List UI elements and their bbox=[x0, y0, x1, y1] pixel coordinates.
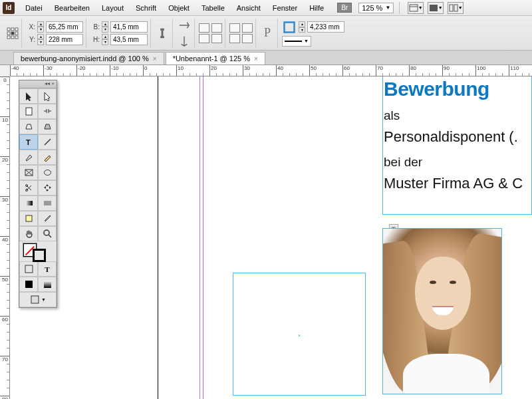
svg-rect-4 bbox=[454, 5, 458, 11]
menu-layout[interactable]: Layout bbox=[96, 2, 129, 14]
direct-selection-tool[interactable] bbox=[38, 88, 57, 104]
zoom-tool[interactable] bbox=[38, 226, 57, 241]
x-spinner[interactable]: ▴▾ bbox=[37, 21, 44, 33]
page-tool[interactable] bbox=[19, 104, 38, 119]
gap-tool[interactable] bbox=[38, 104, 57, 119]
svg-rect-15 bbox=[26, 108, 32, 115]
w-spinner[interactable]: ▴▾ bbox=[102, 21, 108, 33]
gradient-feather-tool[interactable] bbox=[38, 196, 57, 211]
pen-tool[interactable] bbox=[19, 150, 38, 165]
select-container-icon[interactable] bbox=[229, 34, 240, 43]
content-collector-tool[interactable] bbox=[19, 119, 38, 134]
svg-rect-24 bbox=[25, 201, 33, 205]
menu-bearbeiten[interactable]: Bearbeiten bbox=[49, 2, 95, 14]
fill-stroke-swatches[interactable] bbox=[19, 241, 57, 261]
gradient-swatch-tool[interactable] bbox=[19, 196, 38, 211]
svg-rect-25 bbox=[44, 201, 51, 205]
note-tool[interactable] bbox=[19, 211, 38, 226]
flip-h-icon[interactable] bbox=[199, 34, 209, 43]
tools-panel[interactable]: ◂◂ × T T ▼ bbox=[19, 80, 57, 308]
rectangle-tool[interactable] bbox=[38, 165, 57, 180]
rotate-90-ccw-icon[interactable] bbox=[242, 23, 253, 33]
pencil-tool[interactable] bbox=[38, 150, 57, 165]
vertical-ruler[interactable]: 01020304050607080 bbox=[0, 76, 10, 399]
select-content-icon[interactable] bbox=[242, 34, 253, 43]
svg-rect-0 bbox=[410, 5, 418, 11]
stroke-swatch[interactable] bbox=[33, 249, 46, 262]
y-field[interactable] bbox=[46, 34, 83, 45]
zoom-level-combo[interactable]: 125 %▼ bbox=[358, 3, 394, 13]
selected-empty-frame[interactable]: × bbox=[233, 273, 366, 396]
svg-rect-7 bbox=[15, 28, 18, 31]
height-field[interactable] bbox=[110, 34, 148, 45]
flip-v-icon[interactable] bbox=[211, 34, 222, 43]
document-canvas[interactable]: Bewerbung als Personaldisponent (. bei d… bbox=[10, 76, 532, 399]
line-tool[interactable] bbox=[38, 134, 57, 150]
hand-tool[interactable] bbox=[19, 226, 38, 241]
close-icon[interactable]: × bbox=[153, 55, 157, 63]
svg-point-27 bbox=[44, 230, 49, 235]
svg-rect-5 bbox=[7, 28, 10, 31]
menu-objekt[interactable]: Objekt bbox=[163, 2, 195, 14]
shear-icon[interactable] bbox=[211, 23, 222, 33]
svg-rect-10 bbox=[15, 32, 18, 35]
stroke-style-combo[interactable]: ▼ bbox=[282, 36, 311, 47]
rectangle-frame-tool[interactable] bbox=[19, 165, 38, 180]
control-bar: X:▴▾ Y:▴▾ B:▴▾ H:▴▾ P ▴▾ ▼ bbox=[0, 16, 532, 51]
menu-fenster[interactable]: Fenster bbox=[267, 2, 303, 14]
formatting-container-icon[interactable] bbox=[19, 261, 38, 277]
svg-rect-14 bbox=[285, 22, 295, 32]
svg-rect-3 bbox=[450, 5, 453, 11]
arrange-documents-button[interactable]: ▼ bbox=[448, 2, 464, 14]
svg-rect-6 bbox=[11, 28, 14, 31]
scale-y-icon bbox=[177, 34, 192, 49]
svg-rect-9 bbox=[11, 32, 14, 35]
svg-line-17 bbox=[45, 139, 51, 145]
menu-hilfe[interactable]: Hilfe bbox=[304, 2, 329, 14]
menu-tabelle[interactable]: Tabelle bbox=[196, 2, 230, 14]
rotate-icon[interactable] bbox=[199, 23, 209, 33]
document-tab[interactable]: bewerbung-anonymisiert.indd @ 100 %× bbox=[13, 52, 164, 65]
stroke-spinner[interactable]: ▴▾ bbox=[299, 21, 305, 33]
x-field[interactable] bbox=[46, 21, 83, 33]
constrain-proportions-icon[interactable] bbox=[155, 26, 170, 41]
bridge-badge[interactable]: Br bbox=[337, 3, 352, 13]
menu-schrift[interactable]: Schrift bbox=[130, 2, 162, 14]
h-spinner[interactable]: ▴▾ bbox=[102, 34, 108, 45]
separator bbox=[399, 2, 400, 14]
menu-ansicht[interactable]: Ansicht bbox=[231, 2, 266, 14]
placed-photo bbox=[383, 229, 501, 394]
app-icon: Id bbox=[3, 2, 15, 14]
view-options-button[interactable]: ▼ bbox=[408, 2, 424, 14]
menu-bar: Id DateiBearbeitenLayoutSchriftObjektTab… bbox=[0, 0, 532, 16]
screen-mode-button[interactable]: ▼ bbox=[428, 2, 444, 14]
stroke-weight-field[interactable] bbox=[307, 21, 344, 33]
selection-tool[interactable] bbox=[19, 88, 38, 104]
svg-rect-26 bbox=[26, 215, 32, 221]
scale-x-icon bbox=[177, 18, 192, 33]
svg-rect-12 bbox=[11, 36, 14, 39]
scissors-tool[interactable] bbox=[19, 180, 38, 196]
svg-text:T: T bbox=[26, 138, 31, 146]
eyedropper-tool[interactable] bbox=[38, 211, 57, 226]
image-frame[interactable] bbox=[382, 228, 502, 394]
menu-datei[interactable]: Datei bbox=[20, 2, 48, 14]
width-field[interactable] bbox=[110, 21, 148, 33]
view-mode-toggle[interactable]: ▼ bbox=[19, 292, 57, 307]
formatting-text-icon[interactable]: T bbox=[38, 261, 57, 277]
reference-point-group[interactable] bbox=[4, 19, 22, 48]
close-icon[interactable]: × bbox=[254, 55, 258, 63]
free-transform-tool[interactable] bbox=[38, 180, 57, 196]
panel-collapse-icon[interactable]: ◂◂ × bbox=[19, 80, 57, 88]
rotate-90-cw-icon[interactable] bbox=[229, 23, 240, 33]
apply-gradient-icon[interactable] bbox=[38, 277, 57, 292]
apply-color-icon[interactable] bbox=[19, 277, 38, 292]
horizontal-ruler[interactable]: -40-30-20-100102030405060708090100110 bbox=[10, 65, 532, 76]
y-spinner[interactable]: ▴▾ bbox=[37, 34, 44, 45]
page-edge-guide bbox=[158, 76, 158, 399]
w-label: B: bbox=[90, 23, 100, 31]
fit-content-icon[interactable]: P bbox=[260, 26, 275, 41]
content-placer-tool[interactable] bbox=[38, 119, 57, 134]
type-tool[interactable]: T bbox=[19, 134, 38, 150]
document-tab[interactable]: *Unbenannt-1 @ 125 %× bbox=[166, 52, 265, 65]
